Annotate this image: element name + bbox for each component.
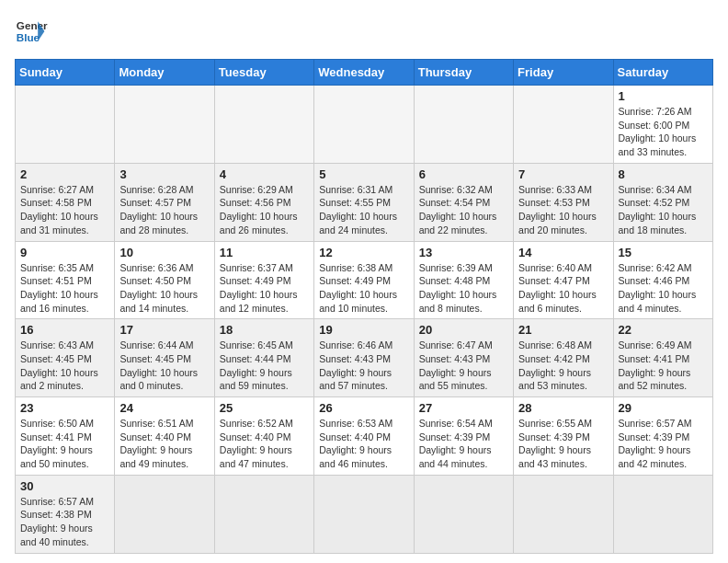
calendar-cell: 28Sunrise: 6:55 AM Sunset: 4:39 PM Dayli… [514,397,613,476]
day-number: 17 [119,323,209,337]
calendar-cell: 24Sunrise: 6:51 AM Sunset: 4:40 PM Dayli… [115,397,214,476]
day-number: 24 [119,401,209,415]
day-number: 20 [419,323,508,337]
day-info: Sunrise: 6:29 AM Sunset: 4:56 PM Dayligh… [220,183,309,237]
day-info: Sunrise: 6:57 AM Sunset: 4:39 PM Dayligh… [619,417,708,471]
calendar-cell [16,86,115,164]
day-number: 27 [419,401,508,415]
calendar-cell [514,475,613,553]
column-header-sunday: Sunday [16,60,115,86]
day-info: Sunrise: 6:27 AM Sunset: 4:58 PM Dayligh… [20,183,109,237]
day-number: 22 [619,323,708,337]
calendar-cell: 5Sunrise: 6:31 AM Sunset: 4:55 PM Daylig… [314,163,414,241]
day-info: Sunrise: 6:47 AM Sunset: 4:43 PM Dayligh… [419,339,508,393]
calendar-week-2: 2Sunrise: 6:27 AM Sunset: 4:58 PM Daylig… [16,163,713,241]
svg-text:Blue: Blue [17,31,40,43]
day-number: 14 [518,246,608,259]
calendar-cell: 20Sunrise: 6:47 AM Sunset: 4:43 PM Dayli… [414,319,513,397]
calendar-cell: 25Sunrise: 6:52 AM Sunset: 4:40 PM Dayli… [214,397,313,476]
day-number: 3 [119,167,209,181]
column-header-wednesday: Wednesday [314,60,414,86]
calendar-cell: 13Sunrise: 6:39 AM Sunset: 4:48 PM Dayli… [414,241,513,319]
day-number: 7 [518,167,608,181]
calendar-cell: 11Sunrise: 6:37 AM Sunset: 4:49 PM Dayli… [214,241,313,319]
calendar-week-3: 9Sunrise: 6:35 AM Sunset: 4:51 PM Daylig… [16,241,713,319]
day-number: 28 [518,401,608,415]
day-number: 16 [20,323,109,337]
calendar-cell: 29Sunrise: 6:57 AM Sunset: 4:39 PM Dayli… [613,397,712,476]
calendar-cell: 10Sunrise: 6:36 AM Sunset: 4:50 PM Dayli… [115,241,214,319]
logo: General Blue [15,15,48,48]
day-number: 1 [619,89,708,103]
calendar-cell: 9Sunrise: 6:35 AM Sunset: 4:51 PM Daylig… [16,241,115,319]
calendar-cell: 16Sunrise: 6:43 AM Sunset: 4:45 PM Dayli… [16,319,115,397]
column-header-saturday: Saturday [613,60,712,86]
day-info: Sunrise: 6:52 AM Sunset: 4:40 PM Dayligh… [220,417,309,471]
calendar-cell [314,86,414,164]
day-number: 12 [319,246,408,259]
calendar-cell [214,86,313,164]
day-number: 2 [20,167,109,181]
calendar-cell: 7Sunrise: 6:33 AM Sunset: 4:53 PM Daylig… [514,163,613,241]
calendar-week-1: 1Sunrise: 7:26 AM Sunset: 6:00 PM Daylig… [16,86,713,164]
day-info: Sunrise: 6:36 AM Sunset: 4:50 PM Dayligh… [119,261,209,316]
day-info: Sunrise: 6:31 AM Sunset: 4:55 PM Dayligh… [319,183,408,237]
day-info: Sunrise: 6:32 AM Sunset: 4:54 PM Dayligh… [419,183,508,237]
day-info: Sunrise: 6:53 AM Sunset: 4:40 PM Dayligh… [319,417,408,471]
page-header: General Blue [15,15,713,48]
day-info: Sunrise: 6:40 AM Sunset: 4:47 PM Dayligh… [518,261,608,316]
day-number: 19 [319,323,408,337]
day-info: Sunrise: 6:55 AM Sunset: 4:39 PM Dayligh… [518,417,608,471]
day-info: Sunrise: 6:44 AM Sunset: 4:45 PM Dayligh… [119,339,209,393]
day-info: Sunrise: 6:49 AM Sunset: 4:41 PM Dayligh… [619,339,708,393]
calendar-cell: 19Sunrise: 6:46 AM Sunset: 4:43 PM Dayli… [314,319,414,397]
day-number: 6 [419,167,508,181]
calendar-cell [314,475,414,553]
day-info: Sunrise: 6:34 AM Sunset: 4:52 PM Dayligh… [619,183,708,237]
day-number: 11 [220,246,309,259]
day-info: Sunrise: 6:54 AM Sunset: 4:39 PM Dayligh… [419,417,508,471]
calendar-cell: 17Sunrise: 6:44 AM Sunset: 4:45 PM Dayli… [115,319,214,397]
calendar-cell: 14Sunrise: 6:40 AM Sunset: 4:47 PM Dayli… [514,241,613,319]
calendar-week-4: 16Sunrise: 6:43 AM Sunset: 4:45 PM Dayli… [16,319,713,397]
day-number: 8 [619,167,708,181]
day-number: 10 [119,246,209,259]
column-header-monday: Monday [115,60,214,86]
calendar-cell: 21Sunrise: 6:48 AM Sunset: 4:42 PM Dayli… [514,319,613,397]
calendar-cell: 3Sunrise: 6:28 AM Sunset: 4:57 PM Daylig… [115,163,214,241]
calendar-cell: 22Sunrise: 6:49 AM Sunset: 4:41 PM Dayli… [613,319,712,397]
calendar-cell: 26Sunrise: 6:53 AM Sunset: 4:40 PM Dayli… [314,397,414,476]
calendar-cell [214,475,313,553]
day-info: Sunrise: 6:48 AM Sunset: 4:42 PM Dayligh… [518,339,608,393]
calendar-cell: 2Sunrise: 6:27 AM Sunset: 4:58 PM Daylig… [16,163,115,241]
day-info: Sunrise: 6:28 AM Sunset: 4:57 PM Dayligh… [119,183,209,237]
calendar-cell [115,86,214,164]
day-info: Sunrise: 6:51 AM Sunset: 4:40 PM Dayligh… [119,417,209,471]
day-info: Sunrise: 6:38 AM Sunset: 4:49 PM Dayligh… [319,261,408,316]
calendar-cell [414,86,513,164]
calendar-cell: 8Sunrise: 6:34 AM Sunset: 4:52 PM Daylig… [613,163,712,241]
day-info: Sunrise: 6:35 AM Sunset: 4:51 PM Dayligh… [20,261,109,316]
calendar-cell: 15Sunrise: 6:42 AM Sunset: 4:46 PM Dayli… [613,241,712,319]
column-header-tuesday: Tuesday [214,60,313,86]
calendar-cell: 6Sunrise: 6:32 AM Sunset: 4:54 PM Daylig… [414,163,513,241]
day-info: Sunrise: 6:46 AM Sunset: 4:43 PM Dayligh… [319,339,408,393]
day-number: 30 [20,479,109,493]
calendar-week-6: 30Sunrise: 6:57 AM Sunset: 4:38 PM Dayli… [16,475,713,553]
day-info: Sunrise: 6:37 AM Sunset: 4:49 PM Dayligh… [220,261,309,316]
calendar-table: SundayMondayTuesdayWednesdayThursdayFrid… [15,59,713,554]
day-info: Sunrise: 6:39 AM Sunset: 4:48 PM Dayligh… [419,261,508,316]
day-number: 5 [319,167,408,181]
day-info: Sunrise: 6:50 AM Sunset: 4:41 PM Dayligh… [20,417,109,471]
calendar-cell: 18Sunrise: 6:45 AM Sunset: 4:44 PM Dayli… [214,319,313,397]
day-number: 26 [319,401,408,415]
day-info: Sunrise: 7:26 AM Sunset: 6:00 PM Dayligh… [619,105,708,159]
day-number: 15 [619,246,708,259]
day-number: 23 [20,401,109,415]
day-number: 25 [220,401,309,415]
day-info: Sunrise: 6:43 AM Sunset: 4:45 PM Dayligh… [20,339,109,393]
calendar-cell: 23Sunrise: 6:50 AM Sunset: 4:41 PM Dayli… [16,397,115,476]
calendar-cell [414,475,513,553]
column-header-thursday: Thursday [414,60,513,86]
calendar-cell: 27Sunrise: 6:54 AM Sunset: 4:39 PM Dayli… [414,397,513,476]
